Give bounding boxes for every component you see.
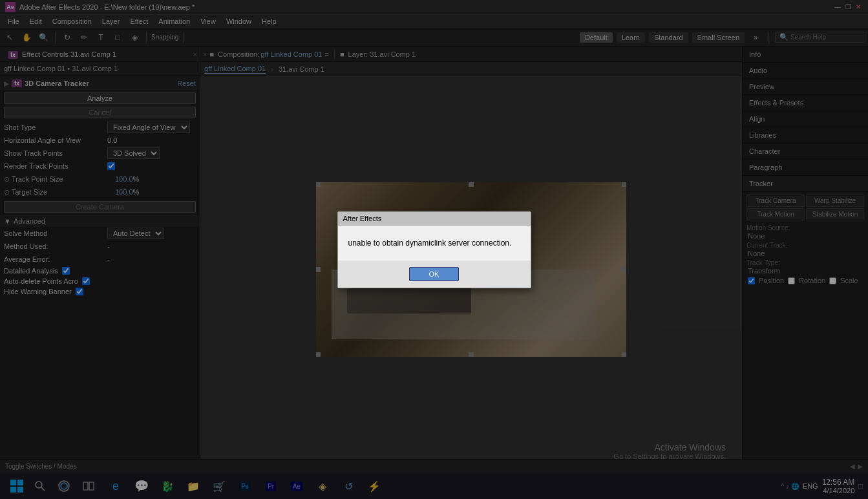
- dialog-buttons: OK: [338, 260, 531, 288]
- dialog-box: After Effects unable to obtain dynamicli…: [337, 211, 531, 288]
- dialog-titlebar: After Effects: [338, 212, 531, 226]
- dialog-message: unable to obtain dynamiclink server conn…: [348, 239, 512, 248]
- dialog-overlay: After Effects unable to obtain dynamicli…: [0, 0, 868, 499]
- dialog-title: After Effects: [343, 215, 382, 222]
- dialog-ok-button[interactable]: OK: [409, 267, 460, 281]
- dialog-content: unable to obtain dynamiclink server conn…: [338, 226, 531, 260]
